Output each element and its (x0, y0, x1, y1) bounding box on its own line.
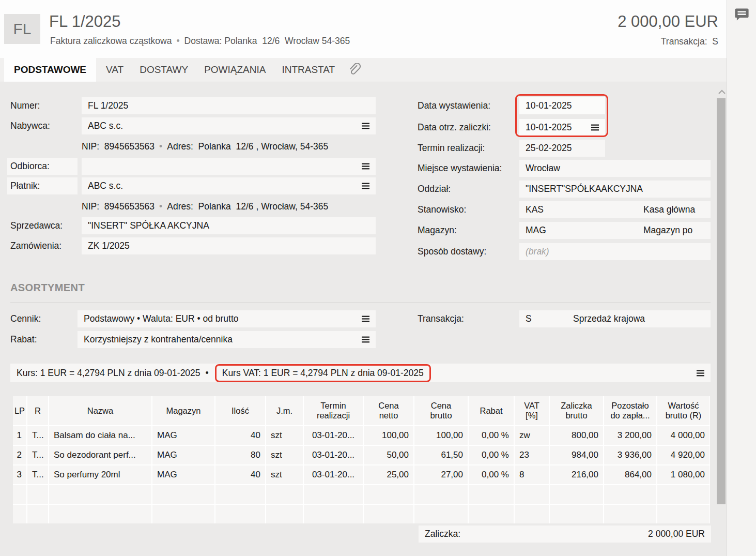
cell-r[interactable]: T... (27, 426, 48, 445)
oddzial-field[interactable]: "INSERT"SPÓŁKAAKCYJNA (519, 181, 711, 198)
odbiorca-field[interactable] (82, 158, 376, 175)
col-header-rabat[interactable]: Rabat (469, 396, 514, 425)
cell-cena-brutto[interactable]: 27,00 (414, 465, 468, 484)
empty-cell[interactable] (215, 505, 265, 523)
tab-dostawy[interactable]: DOSTAWY (140, 58, 188, 82)
empty-cell[interactable] (152, 505, 214, 523)
empty-cell[interactable] (364, 485, 413, 504)
cell-jm[interactable]: szt (266, 426, 303, 445)
cell-vat[interactable]: 23 (515, 446, 549, 464)
cell-pozostalo[interactable]: 864,00 (604, 465, 656, 484)
sprzedawca-field[interactable]: "INSERT" SPÓŁKA AKCYJNA (82, 217, 376, 234)
col-header-nazwa[interactable]: Nazwa (49, 396, 151, 425)
cell-pozostalo[interactable]: 3 200,00 (604, 426, 656, 445)
empty-cell[interactable] (604, 485, 656, 504)
empty-cell[interactable] (27, 485, 48, 504)
kurs-field[interactable]: Kurs: 1 EUR = 4,2794 PLN z dnia 09-01-20… (10, 364, 711, 382)
cell-ilosc[interactable]: 40 (215, 426, 265, 445)
menu-icon[interactable] (697, 370, 704, 377)
empty-cell[interactable] (266, 485, 303, 504)
col-header-termin[interactable]: Termin realizacji (304, 396, 363, 425)
col-header-cena-brutto[interactable]: Cena brutto (414, 396, 468, 425)
empty-cell[interactable] (13, 485, 26, 504)
sposob-dostawy-field[interactable]: (brak) (519, 243, 711, 260)
empty-cell[interactable] (414, 505, 468, 523)
platnik-label[interactable]: Płatnik: (7, 177, 78, 194)
menu-icon[interactable] (362, 123, 369, 129)
empty-cell[interactable] (49, 485, 151, 504)
menu-icon[interactable] (362, 315, 369, 322)
empty-cell[interactable] (550, 485, 603, 504)
numer-field[interactable]: FL 1/2025 (82, 97, 376, 114)
miejsce-wystawienia-field[interactable]: Wrocław (519, 160, 711, 177)
empty-cell[interactable] (657, 505, 709, 523)
cell-cena-netto[interactable]: 50,00 (364, 446, 413, 464)
col-header-wartosc-brutto[interactable]: Wartość brutto (R) (657, 396, 709, 425)
col-header-cena-netto[interactable]: Cena netto (364, 396, 413, 425)
cell-r[interactable]: T... (27, 446, 48, 464)
cell-nazwa[interactable]: Balsam do ciała na... (49, 426, 151, 445)
empty-cell[interactable] (604, 505, 656, 523)
col-header-r[interactable]: R (27, 396, 48, 425)
cell-vat[interactable]: 8 (515, 465, 549, 484)
empty-cell[interactable] (152, 485, 214, 504)
empty-cell[interactable] (266, 505, 303, 523)
cell-termin[interactable]: 03-01-20... (304, 426, 363, 445)
cell-jm[interactable]: szt (266, 465, 303, 484)
cell-termin[interactable]: 03-01-20... (304, 465, 363, 484)
cell-wartosc[interactable]: 4 920,00 (657, 446, 709, 464)
platnik-field[interactable]: ABC s.c. (82, 177, 376, 194)
empty-cell[interactable] (414, 485, 468, 504)
cell-vat[interactable]: zw (515, 426, 549, 445)
cell-lp[interactable]: 1 (13, 426, 26, 445)
empty-cell[interactable] (515, 485, 549, 504)
cell-termin[interactable]: 03-01-20... (304, 446, 363, 464)
menu-icon[interactable] (362, 183, 369, 189)
cell-lp[interactable]: 2 (13, 446, 26, 464)
cell-nazwa[interactable]: So dezodorant perf... (49, 446, 151, 464)
cell-r[interactable]: T... (27, 465, 48, 484)
cennik-field[interactable]: Podstawowy • Waluta: EUR • od brutto (78, 310, 376, 327)
termin-realizacji-field[interactable]: 25-02-2025 (519, 140, 605, 157)
cell-lp[interactable]: 3 (13, 465, 26, 484)
attachment-icon[interactable] (348, 58, 361, 82)
cell-magazyn[interactable]: MAG (152, 446, 214, 464)
comment-icon[interactable] (734, 7, 750, 25)
cell-cena-netto[interactable]: 25,00 (364, 465, 413, 484)
empty-cell[interactable] (215, 485, 265, 504)
cell-zaliczka[interactable]: 984,00 (550, 446, 603, 464)
cell-cena-brutto[interactable]: 100,00 (414, 426, 468, 445)
col-header-lp[interactable]: LP (13, 396, 26, 425)
scroll-up-icon[interactable] (718, 87, 726, 96)
nabywca-field[interactable]: ABC s.c. (82, 117, 376, 134)
cell-rabat[interactable]: 0,00 % (469, 426, 514, 445)
transakcja-field[interactable]: S Sprzedaż krajowa (519, 310, 711, 327)
empty-cell[interactable] (364, 505, 413, 523)
empty-cell[interactable] (469, 485, 514, 504)
empty-cell[interactable] (304, 505, 363, 523)
empty-cell[interactable] (13, 505, 26, 523)
empty-cell[interactable] (515, 505, 549, 523)
cell-jm[interactable]: szt (266, 446, 303, 464)
cell-wartosc[interactable]: 1 080,00 (657, 465, 709, 484)
tab-vat[interactable]: VAT (106, 58, 124, 82)
col-header-jm[interactable]: J.m. (266, 396, 303, 425)
empty-cell[interactable] (469, 505, 514, 523)
magazyn-field[interactable]: MAG Magazyn po (519, 222, 711, 239)
cell-ilosc[interactable]: 80 (215, 446, 265, 464)
cell-ilosc[interactable]: 40 (215, 465, 265, 484)
menu-icon[interactable] (362, 336, 369, 343)
odbiorca-label[interactable]: Odbiorca: (7, 158, 78, 175)
cell-cena-brutto[interactable]: 61,50 (414, 446, 468, 464)
col-header-vat[interactable]: VAT [%] (515, 396, 549, 425)
cell-rabat[interactable]: 0,00 % (469, 465, 514, 484)
cell-zaliczka[interactable]: 800,00 (550, 426, 603, 445)
empty-cell[interactable] (27, 505, 48, 523)
cell-rabat[interactable]: 0,00 % (469, 446, 514, 464)
cell-cena-netto[interactable]: 100,00 (364, 426, 413, 445)
cell-magazyn[interactable]: MAG (152, 465, 214, 484)
empty-cell[interactable] (550, 505, 603, 523)
tab-powiazania[interactable]: POWIĄZANIA (204, 58, 266, 82)
tab-podstawowe[interactable]: PODSTAWOWE (4, 58, 96, 82)
col-header-pozostalo[interactable]: Pozostało do zapła... (604, 396, 656, 425)
